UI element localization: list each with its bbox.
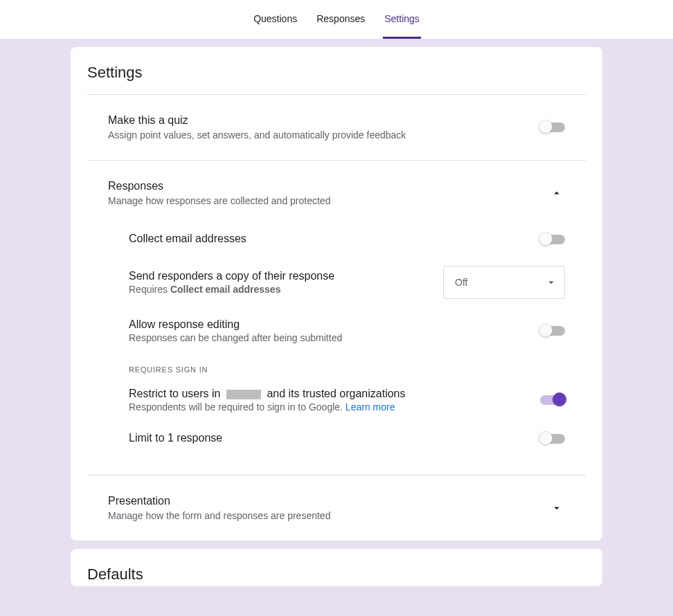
presentation-title: Presentation	[108, 495, 330, 507]
dropdown-icon	[545, 276, 557, 289]
restrict-sub: Respondents will be required to sign in …	[129, 401, 529, 413]
org-redacted	[226, 390, 261, 399]
allow-edit-sub: Responses can be changed after being sub…	[129, 332, 529, 343]
settings-card: Settings Make this a quiz Assign point v…	[71, 47, 602, 541]
quiz-toggle[interactable]	[540, 123, 565, 132]
row-collect-email: Collect email addresses	[129, 223, 565, 256]
row-send-copy: Send responders a copy of their response…	[129, 256, 565, 309]
row-limit: Limit to 1 response	[129, 422, 565, 455]
responses-collapse-button[interactable]	[548, 185, 565, 201]
send-copy-select[interactable]: Off	[443, 266, 565, 299]
collect-email-title: Collect email addresses	[129, 233, 529, 245]
quiz-title: Make this a quiz	[108, 114, 406, 127]
allow-edit-title: Allow response editing	[129, 318, 529, 331]
row-restrict: Restrict to users in and its trusted org…	[129, 378, 565, 422]
presentation-expand-button[interactable]	[548, 500, 565, 516]
limit-title: Limit to 1 response	[129, 432, 529, 444]
responses-subtitle: Manage how responses are collected and p…	[108, 195, 330, 206]
restrict-toggle[interactable]	[540, 395, 565, 405]
presentation-subtitle: Manage how the form and responses are pr…	[108, 510, 330, 521]
page-title: Settings	[87, 64, 586, 95]
page-body: Settings Make this a quiz Assign point v…	[0, 39, 673, 616]
responses-title: Responses	[108, 180, 330, 192]
section-quiz: Make this a quiz Assign point values, se…	[87, 95, 586, 161]
section-responses: Responses Manage how responses are colle…	[87, 161, 586, 475]
restrict-title: Restrict to users in and its trusted org…	[129, 388, 529, 400]
collect-email-toggle[interactable]	[540, 235, 565, 244]
chevron-down-icon	[550, 502, 563, 514]
quiz-subtitle: Assign point values, set answers, and au…	[108, 129, 406, 141]
tab-responses[interactable]: Responses	[315, 0, 366, 39]
row-allow-edit: Allow response editing Responses can be …	[129, 309, 565, 353]
defaults-card: Defaults	[71, 549, 602, 586]
tab-settings[interactable]: Settings	[383, 0, 421, 39]
defaults-title: Defaults	[87, 565, 586, 583]
send-copy-sub: Requires Collect email addresses	[129, 284, 432, 295]
top-tab-bar: Questions Responses Settings	[0, 0, 673, 39]
allow-edit-toggle[interactable]	[540, 326, 565, 336]
send-copy-select-value: Off	[455, 277, 467, 288]
tab-questions[interactable]: Questions	[252, 0, 298, 39]
section-presentation: Presentation Manage how the form and res…	[87, 475, 586, 541]
limit-toggle[interactable]	[540, 434, 565, 444]
send-copy-title: Send responders a copy of their response	[129, 270, 432, 282]
responses-body: Collect email addresses Send responders …	[87, 206, 586, 455]
learn-more-link[interactable]: Learn more	[346, 401, 395, 413]
chevron-up-icon	[550, 187, 563, 199]
requires-signin-label: REQUIRES SIGN IN	[129, 353, 565, 378]
